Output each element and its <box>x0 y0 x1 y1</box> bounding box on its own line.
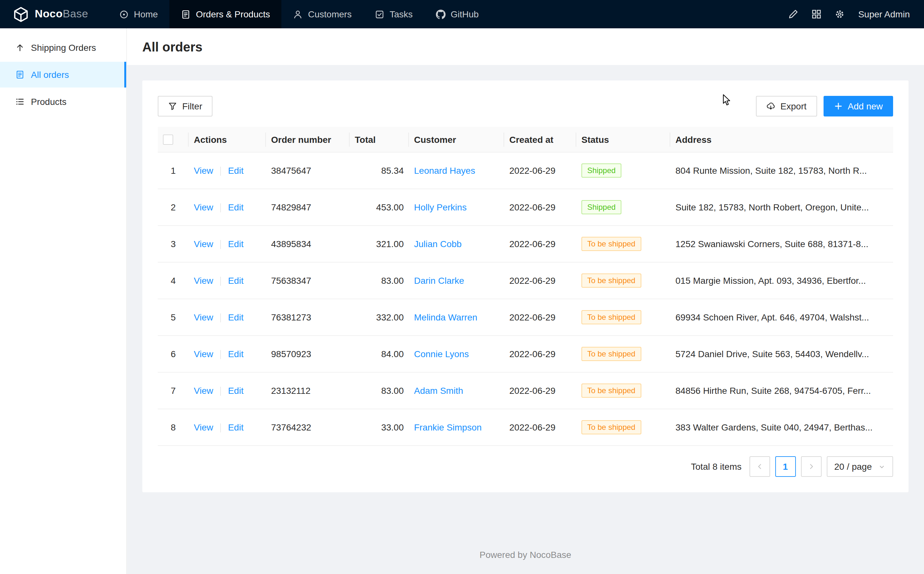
brand[interactable]: NocoBase <box>0 0 104 28</box>
customer-cell: Darin Clarke <box>409 263 504 299</box>
view-link[interactable]: View <box>194 422 213 432</box>
customer-cell: Julian Cobb <box>409 226 504 263</box>
view-link[interactable]: View <box>194 166 213 176</box>
caret-down-icon <box>878 463 885 470</box>
customer-link[interactable]: Adam Smith <box>414 386 463 396</box>
page-size-select[interactable]: 20 / page <box>826 457 893 477</box>
nav-item-orders-products[interactable]: Orders & Products <box>169 0 281 28</box>
select-all-header <box>158 127 189 153</box>
edit-link[interactable]: Edit <box>228 422 243 432</box>
select-all-checkbox[interactable] <box>163 135 173 145</box>
order-number-cell: 98570923 <box>266 336 350 372</box>
edit-link[interactable]: Edit <box>228 275 243 286</box>
view-link[interactable]: View <box>194 349 213 359</box>
total-cell: 83.00 <box>350 263 409 299</box>
customer-cell: Holly Perkins <box>409 189 504 226</box>
top-nav: HomeOrders & ProductsCustomersTasksGitHu… <box>107 0 490 28</box>
edit-link[interactable]: Edit <box>228 239 243 249</box>
actions-cell: ViewEdit <box>189 336 266 372</box>
nav-item-tasks[interactable]: Tasks <box>363 0 424 28</box>
export-icon <box>766 102 775 111</box>
chevron-left-icon <box>756 463 763 471</box>
view-link[interactable]: View <box>194 239 213 249</box>
created-at: 2022-06-29 <box>509 276 555 286</box>
status-cell: To be shipped <box>576 336 670 372</box>
page-number-button[interactable]: 1 <box>775 457 796 477</box>
nocobase-logo-icon <box>13 6 29 22</box>
nav-item-home[interactable]: Home <box>107 0 170 28</box>
nav-item-customers[interactable]: Customers <box>282 0 363 28</box>
table-header-row: ActionsOrder numberTotalCustomerCreated … <box>158 127 893 153</box>
orders-card: Filter Export Add new Action <box>142 80 908 493</box>
order-number: 43895834 <box>271 239 311 249</box>
blocks-icon <box>811 9 821 19</box>
actions-divider <box>220 277 221 286</box>
view-link[interactable]: View <box>194 312 213 322</box>
sidebar-item-products[interactable]: Products <box>0 89 126 115</box>
export-button[interactable]: Export <box>756 96 817 117</box>
plugins-button[interactable] <box>806 0 828 28</box>
list-icon <box>16 97 24 106</box>
view-link[interactable]: View <box>194 275 213 286</box>
main: All orders Filter Export <box>127 28 924 574</box>
edit-link[interactable]: Edit <box>228 385 243 396</box>
status-tag: To be shipped <box>581 421 641 435</box>
sidebar-item-shipping-orders[interactable]: Shipping Orders <box>0 35 126 60</box>
edit-link[interactable]: Edit <box>228 202 243 212</box>
topbar: NocoBase HomeOrders & ProductsCustomersT… <box>0 0 924 28</box>
tasks-icon <box>375 9 384 19</box>
order-number: 73764232 <box>271 423 311 433</box>
edit-link[interactable]: Edit <box>228 349 243 359</box>
total-value: 332.00 <box>376 312 404 323</box>
view-link[interactable]: View <box>194 202 213 212</box>
row-index-cell: 2 <box>158 189 189 226</box>
customer-link[interactable]: Julian Cobb <box>414 239 462 249</box>
prev-page-button[interactable] <box>749 457 770 477</box>
address: 69934 Schoen River, Apt. 646, 49704, Wal… <box>676 312 888 323</box>
row-index: 1 <box>171 166 176 176</box>
column-header-created-at: Created at <box>504 127 576 153</box>
table-row: 7ViewEdit2313211283.00Adam Smith2022-06-… <box>158 372 893 409</box>
row-index: 5 <box>171 312 176 323</box>
home-icon <box>119 9 129 19</box>
row-index: 8 <box>171 423 176 433</box>
customer-link[interactable]: Connie Lyons <box>414 349 469 360</box>
status-cell: To be shipped <box>576 226 670 263</box>
customer-link[interactable]: Frankie Simpson <box>414 423 482 433</box>
next-page-button[interactable] <box>801 457 821 477</box>
created-at: 2022-06-29 <box>509 386 555 396</box>
nav-item-label: Customers <box>308 9 352 19</box>
toolbar: Filter Export Add new <box>158 96 893 117</box>
customer-link[interactable]: Melinda Warren <box>414 312 477 323</box>
filter-button[interactable]: Filter <box>158 96 213 117</box>
nav-item-label: Orders & Products <box>196 9 270 19</box>
user-menu[interactable]: Super Admin <box>858 9 910 19</box>
total-cell: 321.00 <box>350 226 409 263</box>
sidebar-item-all-orders[interactable]: All orders <box>0 62 126 88</box>
address: 84856 Hirthe Run, Suite 268, 94754-6705,… <box>676 386 888 396</box>
nav-item-label: Home <box>134 9 158 19</box>
orders-icon <box>181 9 191 19</box>
column-header-actions: Actions <box>189 127 266 153</box>
settings-button[interactable] <box>829 0 851 28</box>
view-link[interactable]: View <box>194 385 213 396</box>
status-cell: To be shipped <box>576 263 670 299</box>
nav-item-github[interactable]: GitHub <box>424 0 490 28</box>
customer-link[interactable]: Holly Perkins <box>414 202 466 213</box>
created-at: 2022-06-29 <box>509 423 555 433</box>
created-at: 2022-06-29 <box>509 312 555 323</box>
customer-link[interactable]: Darin Clarke <box>414 276 464 286</box>
github-icon <box>436 9 445 19</box>
customer-link[interactable]: Leonard Hayes <box>414 166 475 176</box>
edit-link[interactable]: Edit <box>228 166 243 176</box>
edit-link[interactable]: Edit <box>228 312 243 322</box>
sidebar-item-label: Products <box>31 96 66 107</box>
order-number-cell: 23132112 <box>266 372 350 409</box>
customer-cell: Connie Lyons <box>409 336 504 372</box>
total-value: 33.00 <box>381 423 404 433</box>
order-number: 74829847 <box>271 202 311 213</box>
add-new-button[interactable]: Add new <box>823 96 893 117</box>
actions-cell: ViewEdit <box>189 226 266 263</box>
design-mode-button[interactable] <box>782 0 804 28</box>
pen-icon <box>788 9 798 19</box>
